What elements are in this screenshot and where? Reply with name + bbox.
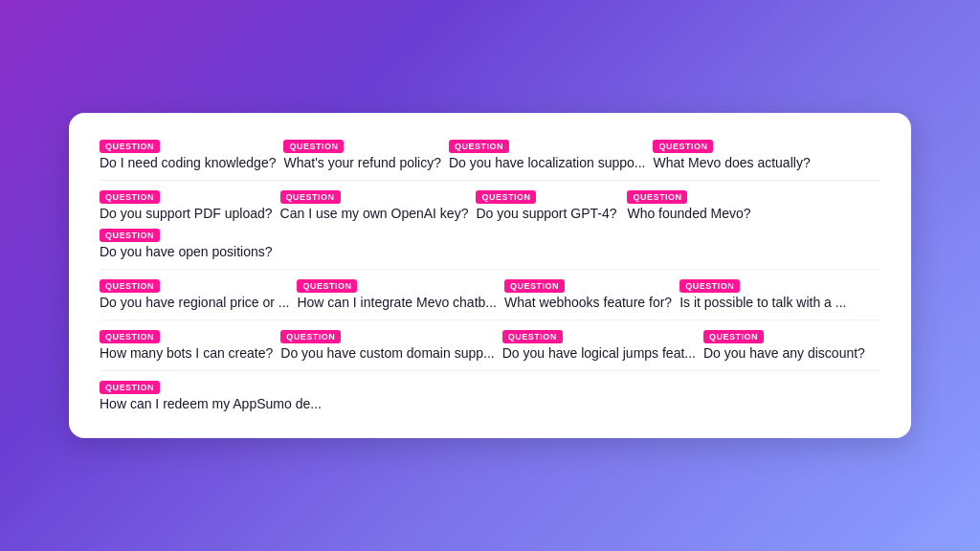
question-text: Do you have regional price or ... xyxy=(100,295,289,310)
question-item-q4[interactable]: QUESTIONWhat Mevo does actually? xyxy=(653,140,810,170)
question-badge: QUESTION xyxy=(504,279,565,293)
question-text: Do you have open positions? xyxy=(100,244,273,259)
question-item-q15[interactable]: QUESTIONDo you have custom domain supp..… xyxy=(280,330,494,361)
question-badge: QUESTION xyxy=(653,140,713,153)
question-item-q10[interactable]: QUESTIONDo you have regional price or ..… xyxy=(100,279,289,310)
question-text: How can I integrate Mevo chatb... xyxy=(297,295,497,310)
row-divider-3 xyxy=(100,370,880,371)
row-divider-2 xyxy=(100,320,880,320)
question-text: Do you support PDF upload? xyxy=(100,206,273,221)
question-badge: QUESTION xyxy=(280,190,341,204)
question-item-q1[interactable]: QUESTIONDo I need coding knowledge? xyxy=(100,140,276,170)
question-badge: QUESTION xyxy=(297,279,357,293)
row-divider-1 xyxy=(100,269,880,270)
question-item-q5[interactable]: QUESTIONDo you support PDF upload? xyxy=(100,190,273,221)
question-text: Do you have any discount? xyxy=(703,345,865,361)
questions-card: QUESTIONDo I need coding knowledge?QUEST… xyxy=(69,113,911,438)
question-text: How can I redeem my AppSumo de... xyxy=(100,396,322,411)
question-badge: QUESTION xyxy=(100,381,160,394)
questions-row-2: QUESTIONDo you have regional price or ..… xyxy=(100,279,880,310)
question-badge: QUESTION xyxy=(100,190,160,204)
question-item-q8[interactable]: QUESTIONWho founded Mevo? xyxy=(627,190,770,221)
question-text: Do you support GPT-4? xyxy=(476,206,619,221)
question-item-q9[interactable]: QUESTIONDo you have open positions? xyxy=(100,229,273,259)
question-text: Do you have localization suppo... xyxy=(449,155,645,170)
question-badge: QUESTION xyxy=(100,229,160,242)
question-text: What's your refund policy? xyxy=(283,155,441,170)
question-badge: QUESTION xyxy=(100,330,160,343)
question-badge: QUESTION xyxy=(679,279,740,293)
question-text: How many bots I can create? xyxy=(100,345,273,361)
question-text: Do you have custom domain supp... xyxy=(280,345,494,361)
question-badge: QUESTION xyxy=(449,140,509,153)
row-divider-0 xyxy=(100,180,880,181)
question-item-q17[interactable]: QUESTIONDo you have any discount? xyxy=(703,330,865,361)
questions-row-3: QUESTIONHow many bots I can create?QUEST… xyxy=(100,330,880,361)
question-item-q7[interactable]: QUESTIONDo you support GPT-4? xyxy=(476,190,619,221)
question-badge: QUESTION xyxy=(280,330,341,343)
question-badge: QUESTION xyxy=(703,330,764,343)
question-item-q12[interactable]: QUESTIONWhat webhooks feature for? xyxy=(504,279,672,310)
question-item-q16[interactable]: QUESTIONDo you have logical jumps feat..… xyxy=(502,330,696,361)
questions-row-4: QUESTIONHow can I redeem my AppSumo de..… xyxy=(100,381,880,411)
question-text: Who founded Mevo? xyxy=(627,206,770,221)
question-badge: QUESTION xyxy=(283,140,344,153)
question-text: Do I need coding knowledge? xyxy=(100,155,276,170)
question-text: What Mevo does actually? xyxy=(653,155,810,170)
questions-row-0: QUESTIONDo I need coding knowledge?QUEST… xyxy=(100,140,880,170)
question-badge: QUESTION xyxy=(100,279,160,293)
question-badge: QUESTION xyxy=(627,190,687,204)
question-item-q14[interactable]: QUESTIONHow many bots I can create? xyxy=(100,330,273,361)
questions-row-1: QUESTIONDo you support PDF upload?QUESTI… xyxy=(100,190,880,259)
question-text: Can I use my own OpenAI key? xyxy=(280,206,469,221)
question-text: Do you have logical jumps feat... xyxy=(502,345,696,361)
questions-grid: QUESTIONDo I need coding knowledge?QUEST… xyxy=(100,140,880,411)
question-item-q6[interactable]: QUESTIONCan I use my own OpenAI key? xyxy=(280,190,469,221)
question-badge: QUESTION xyxy=(476,190,536,204)
question-item-q3[interactable]: QUESTIONDo you have localization suppo..… xyxy=(449,140,645,170)
question-text: Is it possible to talk with a ... xyxy=(679,295,846,310)
question-item-q2[interactable]: QUESTIONWhat's your refund policy? xyxy=(283,140,441,170)
question-item-q18[interactable]: QUESTIONHow can I redeem my AppSumo de..… xyxy=(100,381,322,411)
question-item-q11[interactable]: QUESTIONHow can I integrate Mevo chatb..… xyxy=(297,279,497,310)
question-badge: QUESTION xyxy=(502,330,563,343)
question-badge: QUESTION xyxy=(100,140,160,153)
question-text: What webhooks feature for? xyxy=(504,295,672,310)
question-item-q13[interactable]: QUESTIONIs it possible to talk with a ..… xyxy=(679,279,846,310)
